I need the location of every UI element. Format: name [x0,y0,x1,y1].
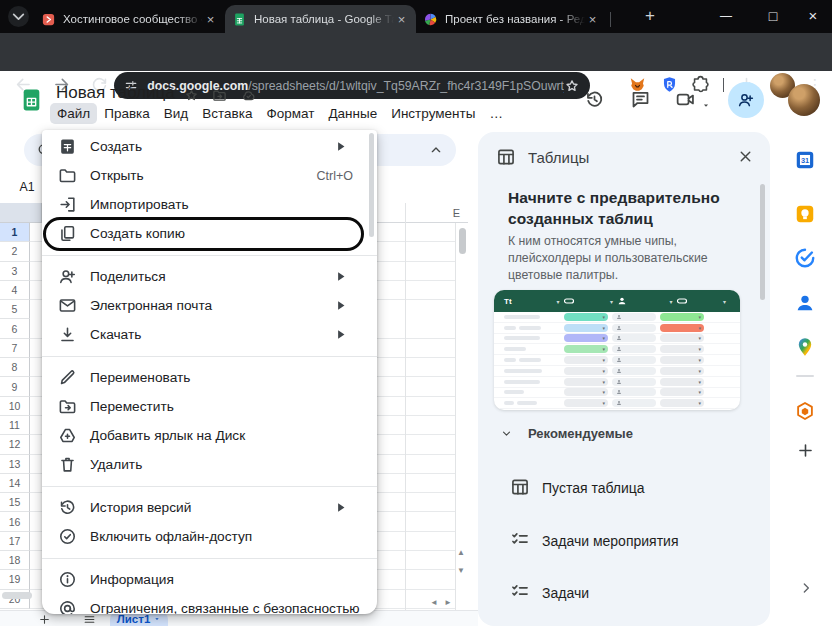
tab-close-icon[interactable]: × [203,12,218,27]
collapse-toolbar-icon[interactable] [428,142,444,158]
menu-item[interactable]: Информация [42,565,377,594]
row-header[interactable]: 4 [0,281,30,300]
sheets-logo-icon[interactable] [19,84,44,116]
menu-item[interactable]: Удалить [42,450,377,479]
menu-item[interactable]: Включить офлайн-доступ [42,522,377,551]
menu-item[interactable]: Ограничения, связанные с безопасностью [42,594,377,614]
share-button[interactable] [728,82,764,118]
row-header[interactable]: 9 [0,377,30,396]
template-item-label: Задачи мероприятия [542,533,678,549]
row-header[interactable]: 11 [0,416,30,435]
close-panel-icon[interactable] [737,148,754,165]
menubar-item[interactable]: Инструменты [384,103,482,124]
row-header[interactable]: 14 [0,474,30,493]
window-close-button[interactable]: × [800,4,826,28]
sheet-tab[interactable]: Лист1 [110,612,168,626]
scroll-right-arrow[interactable]: ► [444,598,452,608]
bookmark-star-icon[interactable] [564,78,580,94]
document-title[interactable]: Новая таблица [56,83,175,103]
table-preview-image: Tt▾▾▾▾ ▾▾▾▾▾▾▾▾▾▾▾▾▾▾▾▾▾▾ [494,290,740,410]
star-document-icon[interactable] [184,88,199,103]
menubar-item[interactable]: Правка [97,103,157,124]
menubar-item[interactable]: Файл [50,103,97,124]
menu-item[interactable]: Импортировать [42,190,377,219]
maps-icon[interactable] [794,336,816,358]
select-all-corner[interactable] [0,203,42,223]
preview-chip: ▾ [660,345,704,353]
meet-caret-icon[interactable] [701,95,711,116]
row-header[interactable]: 19 [0,570,30,589]
menubar-item[interactable]: … [482,103,510,124]
add-sheet-icon[interactable] [38,613,51,626]
plus-icon[interactable] [796,441,815,460]
menu-item[interactable]: Скачать [42,320,377,349]
menu-item[interactable]: Переместить [42,392,377,421]
section-label[interactable]: Рекомендуемые [528,426,633,441]
scroll-up-arrow[interactable]: ▲ [457,548,465,558]
row-header[interactable]: 13 [0,455,30,474]
vertical-scrollbar-thumb[interactable] [459,228,466,254]
row-header[interactable]: 1 [0,223,30,242]
scroll-left-arrow[interactable]: ◄ [430,598,438,608]
scroll-down-arrow[interactable]: ▼ [457,566,465,576]
menubar-item[interactable]: Данные [321,103,384,124]
row-header[interactable]: 3 [0,262,30,281]
row-header[interactable]: 10 [0,397,30,416]
menu-item[interactable]: Переименовать [42,363,377,392]
row-header[interactable]: 5 [0,300,30,319]
menubar-item[interactable]: Вид [157,103,195,124]
browser-tab[interactable]: Хостинговое сообщество «Т× [34,5,225,33]
row-header[interactable]: 7 [0,339,30,358]
section-chevron-icon[interactable] [500,427,513,440]
menu-item[interactable]: Электронная почта [42,291,377,320]
tab-close-icon[interactable]: × [585,12,600,27]
window-maximize-button[interactable]: □ [760,4,786,28]
browser-tab[interactable]: Проект без названия - Реда× [416,5,607,33]
all-sheets-icon[interactable] [83,613,96,626]
menubar-item[interactable]: Формат [259,103,321,124]
menu-item[interactable]: Создать [42,132,377,161]
row-header[interactable]: 17 [0,532,30,551]
url-text: docs.google.com/spreadsheets/d/1wltqiv_T… [147,79,564,93]
preview-chip: ▾ [660,334,704,342]
tasks-icon[interactable] [794,247,816,269]
menubar-item[interactable]: Вставка [195,103,259,124]
browser-tab[interactable]: Новая таблица - Google Та× [225,5,416,33]
menu-item[interactable]: История версий [42,493,377,522]
row-header[interactable]: 15 [0,493,30,512]
row-header[interactable]: 6 [0,319,30,338]
horizontal-scrollbar-thumb[interactable] [2,592,32,599]
preview-person-chip [612,367,656,375]
template-item[interactable]: Задачи [478,572,770,612]
meet-camera-icon[interactable] [674,89,697,110]
addon-icon[interactable] [794,400,816,422]
comments-icon[interactable] [630,89,651,110]
window-minimize-button[interactable]: — [713,4,739,28]
move-to-folder-icon[interactable] [212,88,227,103]
collapse-rail-icon[interactable] [798,580,814,596]
menu-item[interactable]: Добавить ярлык на Диск [42,421,377,450]
row-header[interactable]: 18 [0,551,30,570]
new-tab-button[interactable]: + [640,6,660,26]
menu-item-label: Информация [90,572,363,587]
calendar-icon[interactable]: 31 [794,149,816,171]
row-header[interactable]: 12 [0,435,30,454]
keep-icon[interactable] [794,203,816,225]
preview-row: ▾▾ [494,355,740,366]
template-item[interactable]: Пустая таблица [478,467,770,507]
version-history-icon[interactable] [584,89,605,110]
menu-item[interactable]: ОткрытьCtrl+O [42,161,377,190]
row-header[interactable]: 8 [0,358,30,377]
panel-scrollbar-thumb[interactable] [760,184,765,300]
row-header[interactable]: 2 [0,242,30,261]
template-item[interactable]: Задачи мероприятия [478,520,770,560]
contacts-icon[interactable] [794,292,816,314]
tab-close-icon[interactable]: × [394,12,409,27]
column-header-e[interactable]: E [377,203,468,223]
menu-item[interactable]: Создать копию [42,219,377,248]
preview-row: ▾▾ [494,334,740,345]
menu-item[interactable]: Поделиться [42,262,377,291]
account-avatar[interactable] [788,84,820,116]
row-header[interactable]: 16 [0,512,30,531]
tab-search-icon[interactable] [8,6,29,27]
